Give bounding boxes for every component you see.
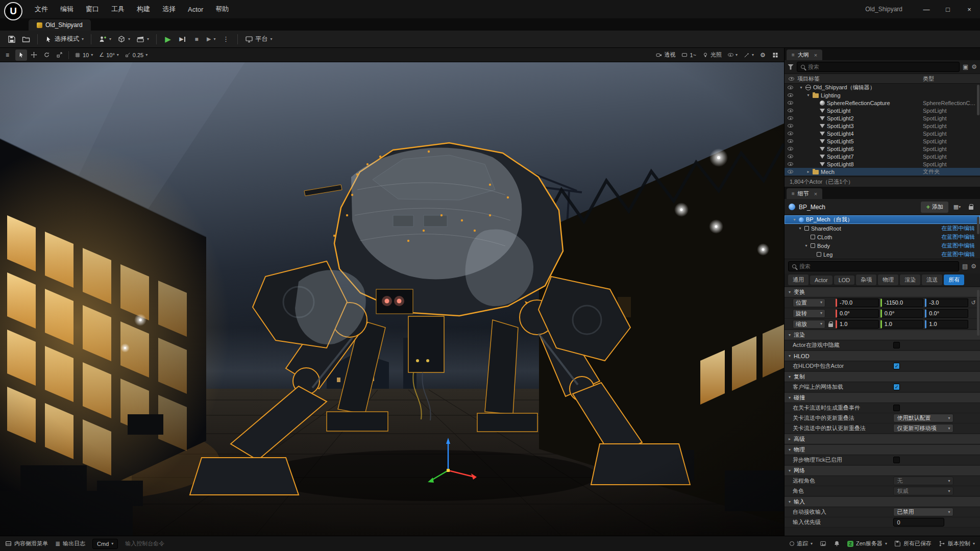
visibility-eye-icon[interactable] xyxy=(788,155,795,158)
play-options-kebab[interactable]: ⋮ xyxy=(219,33,233,46)
filter-funnel-icon[interactable] xyxy=(788,64,794,70)
rotation-dropdown[interactable]: 旋转▾ xyxy=(793,309,825,318)
console-input[interactable]: 输入控制台命令 xyxy=(125,540,164,547)
visibility-eye-icon[interactable] xyxy=(788,124,795,128)
menu-item-7[interactable]: 帮助 xyxy=(209,0,235,18)
viewport-settings-button[interactable]: ⚙ xyxy=(757,49,769,61)
filter-Actor[interactable]: Actor xyxy=(810,276,832,285)
details-search-input[interactable]: 搜索 xyxy=(788,261,959,271)
outliner-row[interactable]: SpotLight7SpotLight xyxy=(785,153,980,160)
scale-z-field[interactable]: 1.0 xyxy=(925,320,968,329)
save-button[interactable] xyxy=(5,33,18,46)
checkbox[interactable]: ✓ xyxy=(893,384,900,390)
outliner-row[interactable]: SpotLight5SpotLight xyxy=(785,137,980,145)
visibility-eye-icon[interactable] xyxy=(788,139,795,143)
viewport-3d[interactable] xyxy=(0,62,784,536)
expand-caret[interactable]: ▾ xyxy=(799,85,803,90)
scale-snap-toggle[interactable]: 0.25▾ xyxy=(122,49,150,61)
viewport-options-menu[interactable]: ≡ xyxy=(3,49,14,61)
move-tool[interactable] xyxy=(28,49,40,61)
close-icon[interactable]: × xyxy=(814,191,817,197)
dropdown[interactable]: 仅更新可移动项▾ xyxy=(893,424,953,433)
expand-caret[interactable]: ▾ xyxy=(792,217,797,222)
filter-所有[interactable]: 所有 xyxy=(944,274,964,285)
expand-caret[interactable]: ▾ xyxy=(806,93,811,97)
grid-snap-toggle[interactable]: 10▾ xyxy=(72,49,95,61)
details-scrollbar[interactable] xyxy=(977,290,979,336)
component-row[interactable]: CLoth在蓝图中编辑 xyxy=(785,233,980,241)
dropdown[interactable]: 已禁用▾ xyxy=(893,508,953,516)
section-header[interactable]: ▾HLOD xyxy=(785,351,980,361)
outliner-row[interactable]: ▾Old_Shipyard（编辑器） xyxy=(785,84,980,91)
outliner-row[interactable]: SpotLightSpotLight xyxy=(785,107,980,114)
filter-渲染[interactable]: 渲染 xyxy=(900,274,920,285)
filter-通用[interactable]: 通用 xyxy=(788,274,808,285)
section-header[interactable]: ▾物理 xyxy=(785,445,980,455)
filter-流送[interactable]: 流送 xyxy=(922,274,942,285)
save-status-button[interactable]: 所有已保存 xyxy=(894,540,932,547)
notifications-button[interactable] xyxy=(834,540,840,547)
outliner-row[interactable]: ▾Lighting xyxy=(785,91,980,99)
location-z-field[interactable]: -3.0 xyxy=(925,298,968,307)
visibility-eye-icon[interactable] xyxy=(788,170,795,173)
layout-grid-button[interactable] xyxy=(770,49,781,61)
scale-lock-icon[interactable] xyxy=(828,323,833,327)
location-dropdown[interactable]: 位置▾ xyxy=(793,298,825,307)
rotation-z-field[interactable]: 0.0° xyxy=(925,309,968,318)
outliner-scrollbar[interactable] xyxy=(977,85,979,115)
close-icon[interactable]: × xyxy=(814,52,817,58)
edit-in-blueprint-link[interactable]: 在蓝图中编辑 xyxy=(941,233,975,241)
scale-x-field[interactable]: 1.0 xyxy=(836,320,879,329)
outliner-search-input[interactable]: 搜索 xyxy=(797,62,960,72)
filter-杂项[interactable]: 杂项 xyxy=(856,274,876,285)
expand-caret[interactable]: ▾ xyxy=(798,226,802,231)
component-scrollbar[interactable] xyxy=(977,217,979,234)
section-header[interactable]: ▾渲染 xyxy=(785,330,980,340)
frame-skip-button[interactable]: ▶ xyxy=(176,33,189,46)
visibility-eye-icon[interactable] xyxy=(788,109,795,112)
scale-dropdown[interactable]: 缩放▾ xyxy=(793,320,825,329)
edit-in-blueprint-link[interactable]: 在蓝图中编辑 xyxy=(941,242,975,249)
cinematics-dropdown[interactable]: ▾ xyxy=(134,33,152,46)
rotate-tool[interactable] xyxy=(41,49,53,61)
section-header[interactable]: ▸高级 xyxy=(785,434,980,444)
launch-button[interactable]: ▶▾ xyxy=(204,33,218,46)
menu-item-4[interactable]: 构建 xyxy=(131,0,156,18)
menu-item-6[interactable]: Actor xyxy=(182,0,209,18)
outliner-row[interactable]: SpotLight6SpotLight xyxy=(785,145,980,153)
level-tab[interactable]: Old_Shipyard xyxy=(29,19,91,31)
play-button[interactable]: ▶ xyxy=(161,33,175,46)
details-tab[interactable]: ≡ 细节 × xyxy=(787,188,822,199)
details-settings-icon[interactable]: ⚙ xyxy=(971,263,976,269)
add-actor-dropdown[interactable]: ▾ xyxy=(96,33,114,46)
expand-caret[interactable]: ▸ xyxy=(806,169,811,174)
dropdown[interactable]: 无▾ xyxy=(893,477,953,485)
component-row[interactable]: Leg在蓝图中编辑 xyxy=(785,250,980,259)
details-options-button[interactable]: ▦▾ xyxy=(952,202,962,212)
visibility-eye-icon[interactable] xyxy=(788,132,795,135)
screen-size-dropdown[interactable]: 1~ xyxy=(679,49,699,61)
filter-物理[interactable]: 物理 xyxy=(878,274,898,285)
visibility-eye-icon[interactable] xyxy=(788,147,795,151)
edit-in-blueprint-link[interactable]: 在蓝图中编辑 xyxy=(941,224,975,232)
visibility-eye-icon[interactable] xyxy=(788,101,795,105)
menu-item-0[interactable]: 文件 xyxy=(29,0,54,18)
content-drawer-button[interactable]: 内容侧滑菜单 xyxy=(5,540,48,547)
add-component-button[interactable]: + 添加 xyxy=(921,202,948,213)
rotation-snap-toggle[interactable]: ∠ 10°▾ xyxy=(96,49,121,61)
section-header[interactable]: ▾网络 xyxy=(785,466,980,476)
new-folder-icon[interactable]: ▣ xyxy=(963,64,968,70)
outliner-row[interactable]: SpotLight8SpotLight xyxy=(785,160,980,168)
minimize-button[interactable]: — xyxy=(916,0,937,18)
select-tool[interactable] xyxy=(15,49,27,61)
checkbox[interactable]: ✓ xyxy=(893,363,900,369)
checkbox[interactable] xyxy=(893,457,900,463)
section-header[interactable]: ▾碰撞 xyxy=(785,393,980,403)
visibility-eye-icon[interactable] xyxy=(788,93,795,97)
scale-y-field[interactable]: 1.0 xyxy=(880,320,924,329)
visibility-eye-icon[interactable] xyxy=(788,116,795,120)
cmd-dropdown[interactable]: Cmd▾ xyxy=(92,539,118,549)
editor-performance-button[interactable] xyxy=(820,540,826,547)
outliner-settings-icon[interactable]: ⚙ xyxy=(971,64,977,70)
dropdown[interactable]: 权威▾ xyxy=(893,487,953,495)
